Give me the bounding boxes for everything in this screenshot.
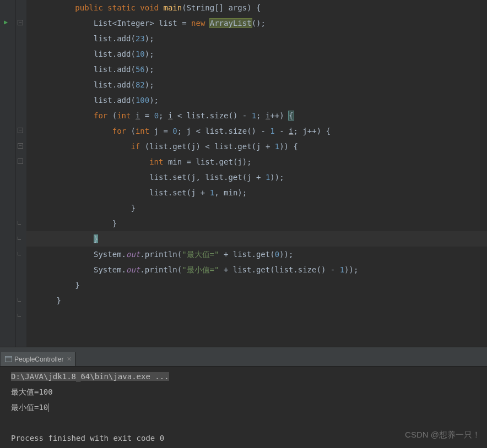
code-line[interactable]: list.add(100); xyxy=(26,92,487,108)
console-tab-bar: PeopleController ✕ xyxy=(0,352,487,367)
fold-close-icon[interactable] xyxy=(18,298,21,302)
code-content[interactable]: public static void main(String[] args) {… xyxy=(26,0,487,347)
code-line[interactable]: list.add(56); xyxy=(26,62,487,77)
code-line[interactable]: for (int j = 0; j < list.size() - 1 - i;… xyxy=(26,123,487,139)
code-line[interactable]: list.add(10); xyxy=(26,46,487,62)
svg-rect-0 xyxy=(5,357,12,362)
console-line: 最小值=10 xyxy=(1,400,486,415)
fold-close-icon[interactable] xyxy=(18,252,21,255)
console-tab[interactable]: PeopleController ✕ xyxy=(1,352,75,366)
editor-gutter: ▶ xyxy=(0,0,15,347)
code-line[interactable]: list.set(j + 1, min); xyxy=(26,185,487,200)
fold-open-icon[interactable]: − xyxy=(18,143,23,149)
window-icon xyxy=(4,356,12,363)
code-line[interactable]: list.add(82); xyxy=(26,77,487,92)
close-icon[interactable]: ✕ xyxy=(67,356,72,363)
code-line[interactable]: } xyxy=(26,231,487,247)
fold-open-icon[interactable]: − xyxy=(18,20,23,25)
code-line[interactable]: } xyxy=(26,277,487,293)
fold-column[interactable]: −−−− xyxy=(15,0,26,347)
code-line[interactable]: } xyxy=(26,200,487,216)
code-line[interactable]: System.out.println("最小值=" + list.get(lis… xyxy=(26,262,487,277)
fold-open-icon[interactable]: − xyxy=(18,159,23,164)
code-line[interactable]: System.out.println("最大值=" + list.get(0))… xyxy=(26,247,487,262)
horizontal-scrollbar[interactable] xyxy=(0,347,487,352)
code-line[interactable]: } xyxy=(26,216,487,231)
code-line[interactable]: public static void main(String[] args) { xyxy=(26,0,487,15)
code-line[interactable]: if (list.get(j) < list.get(j + 1)) { xyxy=(26,139,487,154)
fold-open-icon[interactable]: − xyxy=(18,128,23,133)
code-line[interactable] xyxy=(26,308,487,324)
console-command: D:\JAVA\jdk1.8_64\bin\java.exe ... xyxy=(1,369,486,384)
code-line[interactable]: for (int i = 0; i < list.size() - 1; i++… xyxy=(26,108,487,123)
console-line xyxy=(1,415,486,430)
tab-label: PeopleController xyxy=(14,356,63,363)
code-editor[interactable]: ▶ −−−− public static void main(String[] … xyxy=(0,0,487,347)
console-line: 最大值=100 xyxy=(1,384,486,400)
code-line[interactable]: list.add(23); xyxy=(26,31,487,46)
fold-close-icon[interactable] xyxy=(18,237,21,240)
watermark: CSDN @想养一只！ xyxy=(405,430,480,440)
code-line[interactable]: } xyxy=(26,293,487,308)
code-line[interactable]: int min = list.get(j); xyxy=(26,154,487,170)
code-line[interactable]: list.set(j, list.get(j + 1)); xyxy=(26,170,487,185)
code-line[interactable]: List<Integer> list = new ArrayList(); xyxy=(26,15,487,31)
run-icon[interactable]: ▶ xyxy=(4,18,8,26)
fold-close-icon[interactable] xyxy=(18,314,21,317)
fold-close-icon[interactable] xyxy=(18,221,21,225)
